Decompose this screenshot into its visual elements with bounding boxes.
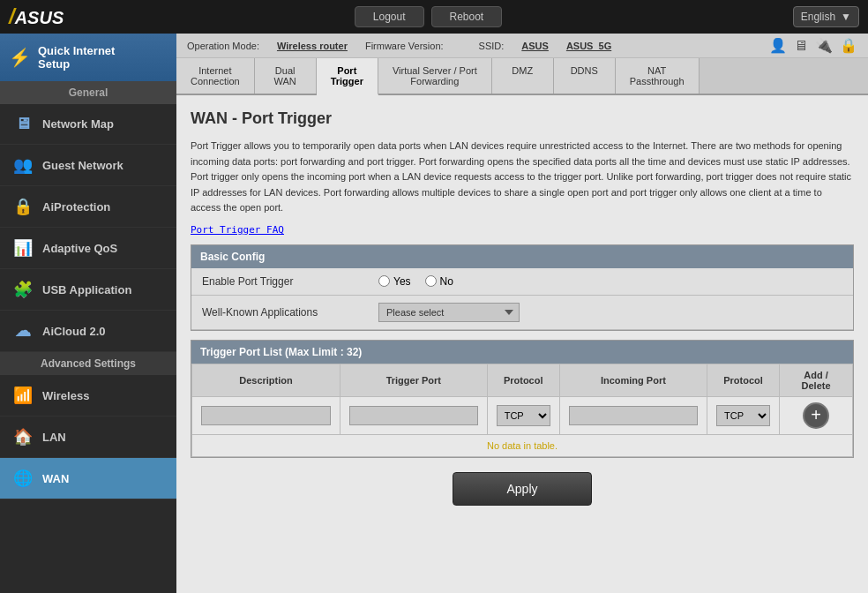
ssid-value: ASUS [521,41,549,51]
aicloud-icon: ☁ [12,321,34,341]
sidebar-item-adaptive-qos[interactable]: 📊 Adaptive QoS [0,228,176,269]
protocol-incoming-cell: TCP UDP BOTH [707,396,780,434]
tabs-bar: InternetConnection DualWAN PortTrigger V… [176,58,868,95]
basic-config-section: Basic Config Enable Port Trigger Yes No [191,244,854,331]
operation-mode-value: Wireless router [277,41,348,51]
apply-section: Apply [191,458,854,520]
incoming-port-input[interactable] [569,406,698,425]
col-incoming-port: Incoming Port [559,364,707,396]
logout-button[interactable]: Logout [355,6,424,27]
page-content: WAN - Port Trigger Port Trigger allows y… [176,95,868,534]
tab-port-trigger[interactable]: PortTrigger [317,58,378,95]
tab-nat-passthrough[interactable]: NATPassthrough [616,58,700,94]
tab-virtual-server[interactable]: Virtual Server / PortForwarding [378,58,492,94]
description-input[interactable] [201,406,331,425]
enable-yes-option[interactable]: Yes [378,275,411,288]
enable-no-radio[interactable] [425,275,437,287]
usb-icon[interactable]: 🔌 [815,37,833,54]
faq-link[interactable]: Port Trigger FAQ [191,224,284,236]
enable-no-option[interactable]: No [425,275,453,288]
well-known-applications-value: Please select [378,303,520,322]
guest-network-icon: 👥 [12,155,34,175]
sidebar-item-aicloud[interactable]: ☁ AiCloud 2.0 [0,311,176,352]
sidebar-item-usb-application[interactable]: 🧩 USB Application [0,269,176,311]
sidebar-item-label: Wireless [42,389,89,402]
no-data-message: No data in table. [192,434,853,456]
sidebar-item-label: USB Application [42,283,131,296]
add-button[interactable]: + [803,402,829,429]
well-known-applications-label: Well-Known Applications [202,306,378,319]
tab-internet-connection[interactable]: InternetConnection [176,58,255,94]
language-label: English [801,11,835,23]
usb-application-icon: 🧩 [12,280,34,299]
main-layout: ⚡ Quick InternetSetup General 🖥 Network … [0,34,868,593]
quick-setup-label: Quick InternetSetup [38,44,115,71]
lock-icon[interactable]: 🔒 [840,37,857,54]
aiprotection-icon: 🔒 [12,197,34,216]
well-known-applications-row: Well-Known Applications Please select [191,296,853,330]
page-title: WAN - Port Trigger [191,109,854,128]
wireless-icon: 📶 [12,386,34,405]
trigger-port-cell [340,396,487,434]
sidebar-item-lan[interactable]: 🏠 LAN [0,417,176,458]
tab-dmz[interactable]: DMZ [492,58,554,94]
trigger-table: Description Trigger Port Protocol Incomi… [191,364,853,457]
protocol-trigger-select[interactable]: TCP UDP BOTH [497,405,550,426]
network-map-icon: 🖥 [12,115,34,133]
ssid-label: SSID: [479,41,505,51]
sidebar-item-label: Guest Network [42,159,123,172]
monitor-icon[interactable]: 🖥 [794,38,808,54]
user-icon[interactable]: 👤 [769,37,787,54]
enable-port-trigger-value: Yes No [378,275,453,288]
language-selector[interactable]: English ▼ [793,6,859,27]
tab-ddns[interactable]: DDNS [554,58,616,94]
sidebar-item-network-map[interactable]: 🖥 Network Map [0,104,176,145]
col-protocol-trigger: Protocol [487,364,559,396]
table-header-row: Description Trigger Port Protocol Incomi… [192,364,853,396]
asus-logo: /ASUS [9,4,64,29]
incoming-port-cell [559,396,707,434]
adaptive-qos-icon: 📊 [12,238,34,258]
tab-dual-wan[interactable]: DualWAN [255,58,317,94]
content-area: Operation Mode: Wireless router Firmware… [176,34,868,593]
enable-radio-group: Yes No [378,275,453,288]
col-protocol-incoming: Protocol [707,364,780,396]
enable-yes-radio[interactable] [378,275,390,287]
sidebar-item-label: Adaptive QoS [42,242,117,255]
sidebar-item-wan[interactable]: 🌐 WAN [0,458,176,499]
sidebar-item-guest-network[interactable]: 👥 Guest Network [0,145,176,186]
protocol-incoming-select[interactable]: TCP UDP BOTH [716,405,770,426]
basic-config-header: Basic Config [191,245,853,268]
sidebar-item-aiprotection[interactable]: 🔒 AiProtection [0,186,176,228]
protocol-trigger-cell: TCP UDP BOTH [487,396,559,434]
col-description: Description [192,364,340,396]
enable-port-trigger-label: Enable Port Trigger [202,275,378,288]
trigger-port-list-header: Trigger Port List (Max Limit : 32) [191,341,853,364]
page-description: Port Trigger allows you to temporarily o… [191,139,854,216]
apply-button[interactable]: Apply [453,472,591,506]
sidebar: ⚡ Quick InternetSetup General 🖥 Network … [0,34,176,593]
sidebar-item-label: AiCloud 2.0 [42,325,106,338]
lan-icon: 🏠 [12,427,34,447]
sidebar-item-label: LAN [42,431,66,444]
chevron-down-icon: ▼ [841,11,851,23]
no-data-row: No data in table. [192,434,853,456]
wan-icon: 🌐 [12,469,34,488]
table-input-row: TCP UDP BOTH TCP [192,396,853,434]
general-section-title: General [0,81,176,104]
operation-mode-label: Operation Mode: [187,41,259,51]
advanced-settings-title: Advanced Settings [0,352,176,375]
enable-no-label: No [440,275,453,288]
description-cell [192,396,340,434]
col-add-delete: Add / Delete [780,364,853,396]
col-trigger-port: Trigger Port [340,364,487,396]
trigger-port-list-section: Trigger Port List (Max Limit : 32) Descr… [191,340,854,458]
firmware-label: Firmware Version: [365,41,444,51]
reboot-button[interactable]: Reboot [431,6,503,27]
trigger-port-input[interactable] [349,406,478,425]
sidebar-item-label: Network Map [42,117,114,131]
quick-internet-setup[interactable]: ⚡ Quick InternetSetup [0,34,176,81]
well-known-applications-select[interactable]: Please select [378,303,520,322]
add-delete-cell: + [780,396,853,434]
sidebar-item-wireless[interactable]: 📶 Wireless [0,375,176,417]
